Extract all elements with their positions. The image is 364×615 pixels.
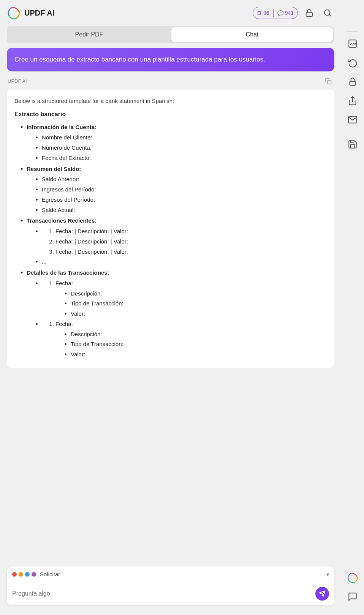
chat-count-icon: 💬 [277, 10, 283, 16]
section-resumen-title: Resumen del Saldo: [27, 166, 81, 172]
updf-home-button[interactable] [344, 569, 361, 586]
transacciones-ol: Fecha: | Descripción: | Valor: Fecha: | … [42, 227, 327, 256]
list-item: Tipo de Transacción: [65, 299, 327, 308]
chat-input-row [7, 582, 334, 605]
list-item: Tipo de Transacción: [65, 340, 327, 349]
detail-ol-2: Fecha: Descripción: Tipo de Transacción:… [42, 319, 327, 359]
list-item: Descripción: [65, 330, 327, 339]
rotate-button[interactable] [344, 54, 361, 71]
ai-response-container: UPDF AI Below is a structured template f… [7, 76, 334, 368]
share-button[interactable] [344, 92, 361, 109]
list-item: Fecha: | Descripción: | Valor: [55, 227, 327, 236]
ai-response-body: Below is a structured template for a ban… [7, 90, 334, 368]
send-button[interactable] [315, 587, 329, 601]
user-message-bubble: Cree un esquema de extracto bancario con… [7, 48, 334, 71]
svg-rect-8 [350, 81, 355, 85]
svg-text:OCR: OCR [350, 43, 357, 46]
list-item-detail-1: Fecha: Descripción: Tipo de Transacción:… [36, 279, 327, 319]
transacciones-sub: Fecha: | Descripción: | Valor: Fecha: | … [27, 227, 327, 267]
solicitar-row[interactable]: Solicitar ▾ [7, 566, 334, 582]
user-message-text: Cree un esquema de extracto bancario con… [14, 56, 265, 63]
dot-green [32, 572, 36, 577]
dot-red [12, 572, 17, 577]
list-item: Número de Cuenta: [36, 143, 327, 153]
counter-badge[interactable]: 🗒 96 💬 941 [253, 7, 298, 19]
solicitar-label: Solicitar [40, 571, 326, 577]
list-item-bullet-empty: Fecha: | Descripción: | Valor: Fecha: | … [36, 227, 327, 256]
counter-chat: 💬 941 [274, 10, 298, 16]
list-item: Descripción: [65, 289, 327, 299]
search-header-button[interactable] [321, 6, 334, 20]
list-item: Saldo Actual: [36, 206, 327, 215]
detail-ol-1: Fecha: Descripción: Tipo de Transacción:… [42, 279, 327, 319]
list-item: Egresos del Período: [36, 195, 327, 205]
header-left: UPDF AI [7, 6, 54, 20]
ocr-button[interactable]: OCR [344, 35, 361, 52]
list-item: Fecha: Descripción: Tipo de Transacción:… [55, 319, 327, 359]
list-item-ellipsis: ... [36, 257, 327, 267]
chat-sidebar-button[interactable] [344, 588, 361, 605]
list-item: Fecha: | Descripción: | Valor: [55, 237, 327, 247]
lock-header-button[interactable] [302, 6, 316, 20]
dot-yellow [19, 572, 23, 577]
solicitar-dots [12, 572, 36, 577]
lock-button[interactable] [344, 73, 361, 90]
email-button[interactable] [344, 111, 361, 128]
pdf-count: 96 [263, 10, 269, 16]
counter-pdf: 🗒 96 [253, 10, 273, 16]
info-cuenta-sub: Nombre del Cliente: Número de Cuenta: Fe… [27, 133, 327, 163]
list-item: Valor: [65, 309, 327, 319]
list-item-detail-2: Fecha: Descripción: Tipo de Transacción:… [36, 319, 327, 359]
svg-rect-3 [328, 80, 331, 84]
list-item-info-cuenta: Información de la Cuenta: Nombre del Cli… [21, 123, 327, 163]
list-item: Valor: [65, 350, 327, 359]
app-title: UPDF AI [24, 9, 54, 17]
header-right: 🗒 96 💬 941 [253, 6, 334, 20]
input-area: Solicitar ▾ [7, 566, 334, 605]
list-item-transacciones: Transacciones Recientes: Fecha: | Descri… [21, 216, 327, 267]
ai-label-row: UPDF AI [7, 76, 334, 87]
detail-fields-2: Descripción: Tipo de Transacción: Valor: [55, 330, 327, 359]
list-item: Fecha: Descripción: Tipo de Transacción:… [55, 279, 327, 319]
list-item: Fecha del Extracto: [36, 153, 327, 163]
right-sidebar: OCR [341, 0, 364, 615]
section-info-cuenta-title: Información de la Cuenta: [27, 124, 97, 130]
header: UPDF AI 🗒 96 💬 941 [0, 0, 341, 26]
dot-blue [25, 572, 30, 577]
ai-sender-label: UPDF AI [8, 78, 27, 84]
list-item-resumen-saldo: Resumen del Saldo: Saldo Anterior: Ingre… [21, 164, 327, 215]
tabs-container: Pedir PDF Chat [7, 26, 334, 43]
detail-fields-1: Descripción: Tipo de Transacción: Valor: [55, 289, 327, 319]
chat-count: 941 [285, 10, 294, 16]
updf-logo-icon [7, 6, 21, 20]
sidebar-divider-mid [347, 132, 358, 132]
list-item: Fecha: | Descripción: | Valor: [55, 247, 327, 257]
svg-rect-0 [306, 13, 313, 16]
chat-input[interactable] [12, 590, 315, 597]
sidebar-divider-top [347, 31, 358, 32]
svg-line-2 [329, 14, 331, 16]
chevron-down-icon[interactable]: ▾ [326, 571, 329, 577]
section-transacciones-title: Transacciones Recientes: [27, 217, 97, 224]
list-item: Saldo Anterior: [36, 175, 327, 184]
section-detalles-title: Detalles de las Transacciones: [27, 269, 109, 276]
response-list: Información de la Cuenta: Nombre del Cli… [14, 123, 327, 359]
detalles-sub: Fecha: Descripción: Tipo de Transacción:… [27, 279, 327, 359]
save-button[interactable] [344, 136, 361, 153]
tab-pedir-pdf[interactable]: Pedir PDF [8, 27, 170, 42]
main-title: Extracto bancario [14, 109, 327, 119]
list-item: Nombre del Cliente: [36, 133, 327, 142]
list-item: Ingresos del Período: [36, 185, 327, 194]
list-item-detalles: Detalles de las Transacciones: Fecha: De… [21, 268, 327, 359]
response-intro: Below is a structured template for a ban… [14, 96, 327, 106]
copy-button[interactable] [323, 76, 334, 87]
resumen-sub: Saldo Anterior: Ingresos del Período: Eg… [27, 175, 327, 215]
pdf-icon: 🗒 [257, 10, 262, 16]
tab-chat[interactable]: Chat [171, 27, 333, 42]
